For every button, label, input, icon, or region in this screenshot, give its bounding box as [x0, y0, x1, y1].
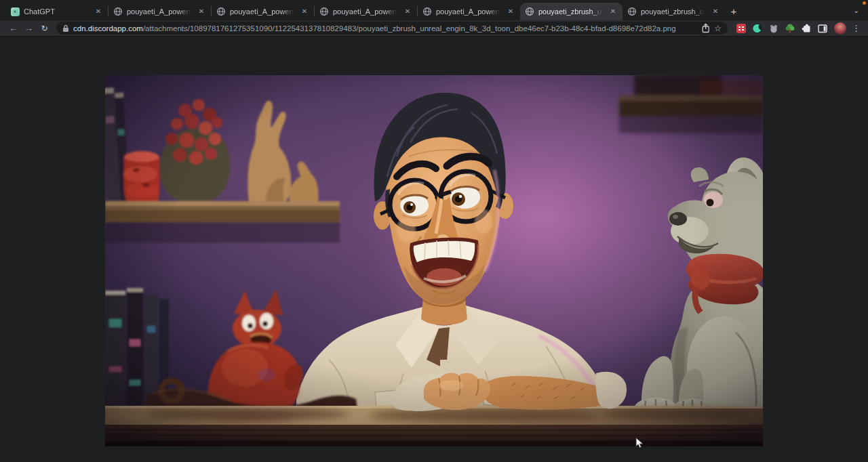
globe-favicon-icon	[627, 7, 637, 16]
side-panel-icon[interactable]	[817, 23, 828, 34]
tab-title: pouyaeti_zbrush_unreal_engin	[538, 7, 604, 16]
tab-pouyaeti-zbrush-active[interactable]: pouyaeti_zbrush_unreal_engin ✕	[520, 3, 623, 20]
tab-title: ChatGPT	[24, 7, 90, 16]
address-bar[interactable]: cdn.discordapp.com/attachments/108978176…	[56, 22, 728, 35]
bookmark-star-icon[interactable]: ☆	[714, 24, 722, 33]
tab-title: pouyaeti_A_powerful_modern	[436, 7, 502, 16]
url-domain: cdn.discordapp.com	[73, 24, 143, 33]
back-icon[interactable]: ←	[6, 24, 20, 33]
globe-favicon-icon	[525, 7, 534, 16]
tab-chatgpt[interactable]: ✳ ChatGPT ✕	[5, 3, 108, 20]
extensions-puzzle-icon[interactable]	[801, 23, 812, 34]
red-grid-extension-icon[interactable]	[736, 23, 747, 34]
tab-close-icon[interactable]: ✕	[94, 7, 103, 16]
share-icon[interactable]	[701, 23, 710, 33]
tab-pouyaeti-2[interactable]: pouyaeti_A_powerful_modern ✕	[212, 3, 314, 20]
tab-title: pouyaeti_zbrush_unreal_engi	[641, 7, 707, 16]
tab-pouyaeti-1[interactable]: pouyaeti_A_powerful_modern ✕	[108, 3, 211, 20]
globe-favicon-icon	[216, 7, 226, 16]
tree-extension-icon[interactable]	[785, 23, 795, 34]
globe-favicon-icon	[113, 7, 123, 16]
page-content	[0, 37, 868, 461]
browser-toolbar: ← → ↻ cdn.discordapp.com/attachments/108…	[0, 20, 868, 37]
tab-close-icon[interactable]: ✕	[403, 7, 412, 16]
tab-title: pouyaeti_A_powerful_modern	[230, 7, 296, 16]
recording-indicator-dot	[863, 1, 866, 5]
reload-icon[interactable]: ↻	[37, 24, 52, 33]
url-path: /attachments/1089781761275351090/1122543…	[143, 24, 676, 33]
tab-strip: ✳ ChatGPT ✕ pouyaeti_A_powerful_modern ✕…	[0, 0, 868, 20]
tab-search-chevron-icon[interactable]: ⌄	[854, 7, 859, 14]
lock-icon[interactable]	[62, 24, 69, 33]
tab-close-icon[interactable]: ✕	[300, 7, 309, 16]
profile-avatar[interactable]	[834, 22, 846, 35]
crescent-moon-extension-icon[interactable]	[752, 23, 763, 34]
forward-icon[interactable]: →	[22, 24, 36, 33]
tab-title: pouyaeti_A_powerful_modern	[333, 7, 399, 16]
tab-title: pouyaeti_A_powerful_modern	[127, 7, 193, 16]
globe-favicon-icon	[422, 7, 432, 16]
extensions-row	[732, 23, 828, 34]
mouse-cursor	[635, 437, 644, 452]
tab-close-icon[interactable]: ✕	[608, 7, 618, 16]
tab-pouyaeti-zbrush-2[interactable]: pouyaeti_zbrush_unreal_engi ✕	[623, 3, 725, 20]
chatgpt-favicon-icon: ✳	[10, 7, 20, 16]
menu-kebab-icon[interactable]: ⋮	[850, 23, 862, 33]
tab-pouyaeti-3[interactable]: pouyaeti_A_powerful_modern ✕	[315, 3, 417, 20]
tab-close-icon[interactable]: ✕	[197, 7, 206, 16]
new-tab-button[interactable]: +	[725, 2, 743, 20]
discord-attachment-image[interactable]	[105, 75, 763, 446]
tab-close-icon[interactable]: ✕	[506, 7, 515, 16]
vignette	[105, 75, 763, 446]
tab-pouyaeti-4[interactable]: pouyaeti_A_powerful_modern ✕	[418, 3, 520, 20]
url-text: cdn.discordapp.com/attachments/108978176…	[73, 24, 697, 33]
globe-favicon-icon	[319, 7, 329, 16]
mouse-extension-icon[interactable]	[768, 23, 779, 34]
tab-close-icon[interactable]: ✕	[711, 7, 720, 16]
